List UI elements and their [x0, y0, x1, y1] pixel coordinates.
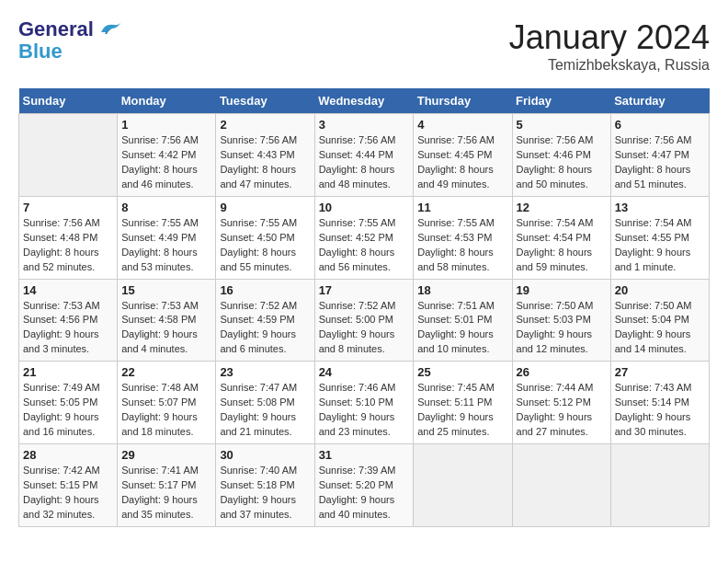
calendar-cell: 12Sunrise: 7:54 AM Sunset: 4:54 PM Dayli… [512, 196, 610, 279]
calendar-cell: 24Sunrise: 7:46 AM Sunset: 5:10 PM Dayli… [314, 362, 414, 444]
calendar-cell: 7Sunrise: 7:56 AM Sunset: 4:48 PM Daylig… [19, 196, 118, 279]
calendar-cell: 20Sunrise: 7:50 AM Sunset: 5:04 PM Dayli… [610, 279, 709, 362]
day-number: 14 [23, 283, 113, 297]
calendar-cell: 8Sunrise: 7:55 AM Sunset: 4:49 PM Daylig… [118, 196, 216, 279]
day-number: 6 [615, 118, 705, 132]
calendar-cell: 25Sunrise: 7:45 AM Sunset: 5:11 PM Dayli… [414, 362, 512, 444]
day-number: 31 [319, 448, 410, 462]
calendar-cell [19, 114, 118, 197]
day-number: 8 [121, 201, 211, 214]
calendar-cell: 5Sunrise: 7:56 AM Sunset: 4:46 PM Daylig… [512, 114, 610, 197]
calendar-table: SundayMondayTuesdayWednesdayThursdayFrid… [18, 88, 710, 527]
day-info: Sunrise: 7:52 AM Sunset: 5:00 PM Dayligh… [319, 299, 410, 358]
day-info: Sunrise: 7:48 AM Sunset: 5:07 PM Dayligh… [121, 381, 211, 440]
day-info: Sunrise: 7:52 AM Sunset: 4:59 PM Dayligh… [220, 299, 310, 358]
day-number: 30 [220, 448, 310, 462]
calendar-cell: 27Sunrise: 7:43 AM Sunset: 5:14 PM Dayli… [610, 362, 709, 444]
day-info: Sunrise: 7:45 AM Sunset: 5:11 PM Dayligh… [417, 381, 507, 440]
day-number: 27 [615, 365, 705, 379]
day-number: 22 [121, 365, 211, 379]
logo-general: General [18, 18, 94, 40]
day-number: 5 [517, 118, 607, 132]
calendar-cell: 13Sunrise: 7:54 AM Sunset: 4:55 PM Dayli… [610, 196, 709, 279]
day-info: Sunrise: 7:46 AM Sunset: 5:10 PM Dayligh… [319, 381, 410, 440]
day-info: Sunrise: 7:51 AM Sunset: 5:01 PM Dayligh… [417, 299, 507, 358]
calendar-cell: 2Sunrise: 7:56 AM Sunset: 4:43 PM Daylig… [216, 114, 314, 197]
day-info: Sunrise: 7:55 AM Sunset: 4:49 PM Dayligh… [121, 216, 211, 275]
calendar-cell: 11Sunrise: 7:55 AM Sunset: 4:53 PM Dayli… [414, 196, 512, 279]
day-number: 12 [517, 201, 607, 214]
day-info: Sunrise: 7:47 AM Sunset: 5:08 PM Dayligh… [220, 381, 310, 440]
calendar-cell: 31Sunrise: 7:39 AM Sunset: 5:20 PM Dayli… [314, 444, 414, 527]
day-number: 4 [417, 118, 507, 132]
header-saturday: Saturday [610, 88, 709, 114]
calendar-subtitle: Temizhbekskaya, Russia [509, 57, 710, 74]
calendar-cell: 6Sunrise: 7:56 AM Sunset: 4:47 PM Daylig… [610, 114, 709, 197]
day-info: Sunrise: 7:49 AM Sunset: 5:05 PM Dayligh… [23, 381, 113, 440]
day-info: Sunrise: 7:56 AM Sunset: 4:42 PM Dayligh… [121, 133, 211, 192]
day-number: 11 [417, 201, 507, 214]
calendar-cell: 4Sunrise: 7:56 AM Sunset: 4:45 PM Daylig… [414, 114, 512, 197]
calendar-cell: 22Sunrise: 7:48 AM Sunset: 5:07 PM Dayli… [118, 362, 216, 444]
day-info: Sunrise: 7:55 AM Sunset: 4:53 PM Dayligh… [417, 216, 507, 275]
day-number: 9 [220, 201, 310, 214]
day-number: 20 [615, 283, 705, 297]
day-number: 23 [220, 365, 310, 379]
calendar-cell [610, 444, 709, 527]
day-info: Sunrise: 7:56 AM Sunset: 4:45 PM Dayligh… [417, 133, 507, 192]
calendar-title: January 2024 [509, 18, 710, 57]
calendar-week-row: 1Sunrise: 7:56 AM Sunset: 4:42 PM Daylig… [19, 114, 710, 197]
calendar-cell [512, 444, 610, 527]
day-number: 17 [319, 283, 410, 297]
day-number: 25 [417, 365, 507, 379]
day-number: 13 [615, 201, 705, 214]
calendar-cell: 9Sunrise: 7:55 AM Sunset: 4:50 PM Daylig… [216, 196, 314, 279]
day-number: 26 [517, 365, 607, 379]
calendar-week-row: 14Sunrise: 7:53 AM Sunset: 4:56 PM Dayli… [19, 279, 710, 362]
header-wednesday: Wednesday [314, 88, 414, 114]
calendar-header-row: SundayMondayTuesdayWednesdayThursdayFrid… [19, 88, 710, 114]
day-info: Sunrise: 7:39 AM Sunset: 5:20 PM Dayligh… [319, 464, 410, 523]
calendar-week-row: 28Sunrise: 7:42 AM Sunset: 5:15 PM Dayli… [19, 444, 710, 527]
calendar-cell: 3Sunrise: 7:56 AM Sunset: 4:44 PM Daylig… [314, 114, 414, 197]
day-info: Sunrise: 7:50 AM Sunset: 5:04 PM Dayligh… [615, 299, 705, 358]
day-number: 28 [23, 448, 113, 462]
logo-bird-icon [96, 19, 121, 40]
calendar-week-row: 7Sunrise: 7:56 AM Sunset: 4:48 PM Daylig… [19, 196, 710, 279]
day-info: Sunrise: 7:54 AM Sunset: 4:55 PM Dayligh… [615, 216, 705, 275]
header-thursday: Thursday [414, 88, 512, 114]
day-info: Sunrise: 7:56 AM Sunset: 4:48 PM Dayligh… [23, 216, 113, 275]
calendar-cell: 30Sunrise: 7:40 AM Sunset: 5:18 PM Dayli… [216, 444, 314, 527]
day-number: 18 [417, 283, 507, 297]
day-info: Sunrise: 7:56 AM Sunset: 4:47 PM Dayligh… [615, 133, 705, 192]
day-info: Sunrise: 7:53 AM Sunset: 4:56 PM Dayligh… [23, 299, 113, 358]
day-info: Sunrise: 7:41 AM Sunset: 5:17 PM Dayligh… [121, 464, 211, 523]
day-info: Sunrise: 7:53 AM Sunset: 4:58 PM Dayligh… [121, 299, 211, 358]
calendar-cell: 28Sunrise: 7:42 AM Sunset: 5:15 PM Dayli… [19, 444, 118, 527]
day-info: Sunrise: 7:54 AM Sunset: 4:54 PM Dayligh… [517, 216, 607, 275]
header-monday: Monday [118, 88, 216, 114]
day-number: 21 [23, 365, 113, 379]
day-number: 3 [319, 118, 410, 132]
header-sunday: Sunday [19, 88, 118, 114]
day-info: Sunrise: 7:42 AM Sunset: 5:15 PM Dayligh… [23, 464, 113, 523]
calendar-cell [414, 444, 512, 527]
day-number: 19 [517, 283, 607, 297]
header-friday: Friday [512, 88, 610, 114]
day-number: 7 [23, 201, 113, 214]
day-info: Sunrise: 7:40 AM Sunset: 5:18 PM Dayligh… [220, 464, 310, 523]
day-info: Sunrise: 7:44 AM Sunset: 5:12 PM Dayligh… [517, 381, 607, 440]
day-info: Sunrise: 7:55 AM Sunset: 4:52 PM Dayligh… [319, 216, 410, 275]
day-number: 1 [121, 118, 211, 132]
day-info: Sunrise: 7:56 AM Sunset: 4:43 PM Dayligh… [220, 133, 310, 192]
day-number: 15 [121, 283, 211, 297]
calendar-cell: 1Sunrise: 7:56 AM Sunset: 4:42 PM Daylig… [118, 114, 216, 197]
logo-blue: Blue [18, 40, 63, 63]
calendar-cell: 16Sunrise: 7:52 AM Sunset: 4:59 PM Dayli… [216, 279, 314, 362]
calendar-cell: 21Sunrise: 7:49 AM Sunset: 5:05 PM Dayli… [19, 362, 118, 444]
day-info: Sunrise: 7:55 AM Sunset: 4:50 PM Dayligh… [220, 216, 310, 275]
calendar-cell: 15Sunrise: 7:53 AM Sunset: 4:58 PM Dayli… [118, 279, 216, 362]
calendar-cell: 18Sunrise: 7:51 AM Sunset: 5:01 PM Dayli… [414, 279, 512, 362]
calendar-cell: 19Sunrise: 7:50 AM Sunset: 5:03 PM Dayli… [512, 279, 610, 362]
logo: General Blue [18, 18, 121, 63]
